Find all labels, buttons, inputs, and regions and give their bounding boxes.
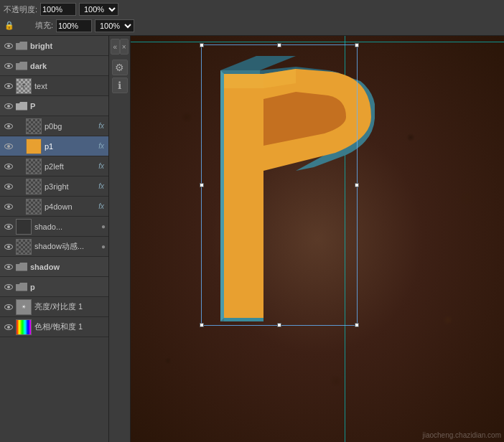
layer-shadow-thumb[interactable]: shado... ● (0, 217, 108, 237)
layer-name-p4down: p4down (45, 202, 98, 211)
opacity-input[interactable] (40, 3, 76, 16)
opacity-row: 不透明度: 100% (3, 1, 501, 18)
layer-p-group[interactable]: p (0, 277, 108, 297)
layer-name-bright: bright (30, 42, 106, 50)
thumb-shadow (16, 219, 32, 235)
visibility-bright[interactable] (3, 40, 14, 52)
top-toolbar: 不透明度: 100% 🔒 填充: 100% (0, 0, 504, 36)
layer-name-P: P (30, 102, 106, 110)
layer-P-group[interactable]: P (0, 96, 108, 116)
layer-bright[interactable]: bright (0, 36, 108, 56)
dot-shadow-dynamic: ● (101, 243, 106, 250)
folder-icon-bright (16, 42, 27, 50)
layer-name-p3right: p3right (45, 182, 98, 191)
visibility-p3right[interactable] (3, 181, 14, 192)
visibility-p-group[interactable] (3, 281, 14, 293)
eye-icon-P (4, 103, 13, 109)
eye-icon-text (4, 83, 13, 89)
visibility-dark[interactable] (3, 60, 14, 72)
fx-p2left: fx (98, 162, 104, 170)
folder-icon-p-group (16, 283, 27, 291)
fx-p1: fx (98, 142, 104, 150)
thumb-p1 (26, 138, 42, 154)
folder-icon-shadow (16, 263, 27, 271)
eye-icon-hue-sat (4, 324, 13, 330)
fill-row: 🔒 填充: 100% (3, 18, 501, 34)
fx-p3right: fx (98, 182, 104, 190)
info-btn[interactable]: ℹ (112, 77, 128, 93)
layer-hue-sat[interactable]: 色相/饱和度 1 (0, 317, 108, 337)
thumb-shadow-dynamic (16, 239, 32, 255)
visibility-text[interactable] (3, 80, 14, 92)
eye-icon-brightness (4, 304, 13, 310)
lock-icon: 🔒 (4, 21, 14, 30)
folder-icon-dark (16, 62, 27, 70)
layer-name-dark: dark (30, 62, 106, 70)
watermark: jiaocheng.chazidian.com (422, 431, 501, 439)
eye-icon-dark (4, 63, 13, 69)
settings-btn[interactable]: ⚙ (112, 60, 128, 75)
eye-icon-shadow-group (4, 264, 13, 270)
visibility-hue-sat[interactable] (3, 321, 14, 333)
layer-name-shadow-dynamic: shadow动感... (34, 241, 101, 252)
fill-input[interactable] (56, 19, 92, 32)
visibility-p0bg[interactable] (3, 121, 14, 132)
fill-label: 填充: (19, 20, 53, 31)
thumb-p0bg (26, 118, 42, 134)
eye-icon-p0bg (4, 123, 13, 129)
opacity-label: 不透明度: (3, 4, 37, 15)
visibility-shadow-dynamic[interactable] (3, 241, 14, 253)
layer-p1[interactable]: p1 fx (0, 136, 108, 156)
fx-p4down: fx (98, 202, 104, 210)
layers-panel: bright dark T text P (0, 36, 109, 442)
mini-toolbar-header: « × (111, 39, 129, 55)
collapse-btn[interactable]: « (111, 39, 120, 55)
layer-name-p0bg: p0bg (45, 122, 98, 131)
fill-dropdown[interactable]: 100% (95, 19, 134, 32)
layer-p3right[interactable]: p3right fx (0, 177, 108, 197)
layer-brightness[interactable]: ☀ 亮度/对比度 1 (0, 297, 108, 317)
layer-text[interactable]: T text (0, 76, 108, 96)
eye-icon-p4down (4, 204, 13, 210)
visibility-brightness[interactable] (3, 301, 14, 313)
layer-p4down[interactable]: p4down fx (0, 197, 108, 217)
main-area: bright dark T text P (0, 36, 504, 442)
thumb-p2left (26, 159, 42, 174)
letter-p-svg (202, 49, 375, 336)
layer-p0bg[interactable]: p0bg fx (0, 116, 108, 136)
folder-icon-P (16, 102, 27, 110)
eye-icon-p3right (4, 184, 13, 189)
visibility-p4down[interactable] (3, 201, 14, 212)
eye-icon-bright (4, 43, 13, 49)
thumb-text: T (16, 78, 32, 94)
visibility-p1[interactable] (3, 141, 14, 152)
opacity-dropdown[interactable]: 100% (79, 3, 118, 16)
layer-name-shadow-thumb: shado... (34, 222, 101, 231)
eye-icon-p-group (4, 284, 13, 290)
visibility-P[interactable] (3, 100, 14, 112)
thumb-p3right (26, 179, 42, 194)
layer-p2left[interactable]: p2left fx (0, 156, 108, 177)
dot-shadow-thumb: ● (101, 222, 106, 230)
thumb-hue-sat (16, 319, 32, 335)
thumb-brightness: ☀ (16, 299, 32, 315)
fx-p0bg: fx (98, 122, 104, 130)
eye-icon-p1 (4, 144, 13, 149)
layer-name-p-group: p (30, 283, 106, 291)
layer-name-brightness: 亮度/对比度 1 (34, 301, 106, 312)
layer-shadow-group[interactable]: shadow (0, 257, 108, 277)
eye-icon-shadow-dynamic (4, 244, 13, 250)
visibility-shadow-group[interactable] (3, 261, 14, 273)
close-mini-btn[interactable]: × (120, 39, 129, 55)
layer-dark[interactable]: dark (0, 56, 108, 76)
layer-name-text: text (34, 82, 106, 90)
layer-shadow-dynamic[interactable]: shadow动感... ● (0, 237, 108, 257)
canvas-area[interactable]: jiaocheng.chazidian.com (131, 36, 504, 442)
visibility-shadow-thumb[interactable] (3, 221, 14, 232)
layer-name-hue-sat: 色相/饱和度 1 (34, 321, 106, 332)
eye-icon-shadow-thumb (4, 224, 13, 230)
layer-name-p1: p1 (45, 142, 98, 151)
thumb-p4down (26, 199, 42, 215)
mini-toolbar: « × ⚙ ℹ (109, 36, 131, 442)
visibility-p2left[interactable] (3, 161, 14, 172)
